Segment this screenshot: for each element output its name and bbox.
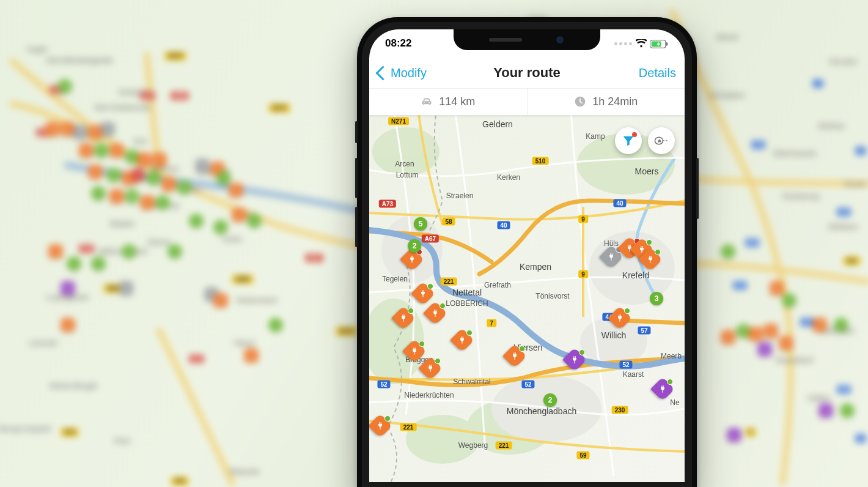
bg-city-label: Vught (26, 45, 47, 54)
bg-charger-marker: 3 (168, 245, 182, 258)
bg-charger-marker: 3 (95, 144, 108, 157)
bg-charger-marker: 2 (92, 257, 105, 270)
route-plan-button[interactable] (648, 127, 675, 154)
bg-charger-marker: 11 (125, 190, 139, 203)
charger-pin[interactable] (566, 351, 583, 372)
bg-city-label: Essen (845, 179, 867, 188)
charger-pin[interactable] (372, 417, 389, 438)
route-plan-icon (653, 135, 669, 147)
bg-charger-marker (770, 281, 784, 295)
charger-pin[interactable] (603, 248, 620, 269)
bg-road-shield: 3 (813, 80, 823, 87)
bg-road-shield: N279 (165, 52, 186, 60)
summary-distance: 114 km (369, 88, 527, 115)
bg-city-label: Maaseik (230, 467, 259, 476)
bg-charger-marker (229, 184, 243, 197)
bg-charger-marker (49, 245, 62, 258)
bg-charger-marker: 2 (214, 220, 227, 234)
bg-city-label: Sint-Michielsgestel (46, 56, 112, 65)
bg-charger-marker: A (131, 168, 145, 182)
bg-charger-marker (110, 190, 123, 203)
charger-pin[interactable] (642, 251, 659, 272)
charger-pin[interactable] (654, 381, 671, 401)
bg-city-label: Kleine-Brogel (50, 381, 97, 390)
bg-city-label: Oberhausen (773, 149, 817, 158)
back-button[interactable]: Modify (378, 66, 427, 80)
map-canvas[interactable]: GeldernKampArcenLottumKerkenMoersStraele… (369, 115, 685, 482)
bg-charger-marker (73, 125, 87, 139)
bg-charger-marker (727, 428, 741, 442)
charger-pin[interactable] (395, 310, 412, 330)
charger-pin[interactable] (422, 360, 439, 381)
cluster-marker[interactable]: 3 (650, 292, 663, 305)
bg-road-shield: 2 (856, 147, 866, 155)
bg-road-shield: 52 (734, 281, 746, 289)
bg-charger-marker (196, 159, 209, 173)
bg-road-shield: A67 (306, 254, 323, 262)
bg-city-label: Bottrop (818, 121, 844, 130)
bg-city-label: Nederweert (236, 296, 277, 305)
bg-charger-marker (749, 327, 762, 341)
chevron-left-icon (375, 65, 390, 80)
bg-charger-marker: 3 (189, 214, 203, 228)
charger-pin[interactable] (414, 285, 432, 306)
bg-road-shield: A2 (79, 245, 94, 253)
bg-road-shield: N275 (336, 327, 357, 335)
charger-pin[interactable] (406, 343, 423, 363)
bg-road-shield: A50 (171, 92, 188, 100)
bg-charger-marker: 5 (737, 324, 750, 338)
charger-pin[interactable] (611, 310, 628, 330)
details-button[interactable]: Details (639, 66, 676, 80)
charger-pin[interactable] (454, 332, 471, 352)
bg-charger-marker (61, 122, 75, 136)
bg-road-shield: N266 (232, 275, 253, 283)
bg-city-label: Mülheim (828, 222, 858, 231)
bg-city-label: Dinslaken (710, 91, 745, 100)
bg-city-label: Heeze (147, 237, 171, 247)
bg-city-label: Son (133, 136, 147, 146)
nav-bar: Modify Your route Details (369, 58, 685, 89)
bg-charger-marker (153, 153, 166, 166)
bg-charger-marker (819, 404, 833, 417)
bg-charger-marker: 5 (107, 168, 120, 182)
bg-city-label: Dorsten (829, 57, 858, 66)
bg-city-label: Lommel (29, 338, 57, 348)
charger-pin[interactable] (403, 251, 421, 272)
bg-charger-marker (779, 336, 793, 350)
bg-charger-marker: 3 (92, 187, 105, 200)
bg-charger-marker (79, 144, 93, 157)
bg-charger-marker: 2 (156, 196, 169, 209)
bg-road-shield: N279 (269, 104, 290, 112)
route-summary: 114 km 1h 24min (369, 88, 685, 115)
bg-charger-marker: 2 (721, 245, 735, 258)
bg-city-label: Waalre (110, 219, 135, 228)
battery-icon (650, 39, 669, 48)
svg-point-8 (406, 415, 479, 464)
bg-charger-marker (138, 153, 151, 166)
bg-charger-marker (758, 343, 771, 356)
bg-city-label: Sint-Oedenrode (94, 103, 150, 112)
details-label: Details (639, 66, 676, 80)
bg-road-shield: 59 (746, 239, 759, 247)
bg-charger-marker (89, 125, 102, 139)
wifi-icon (636, 39, 647, 48)
filter-button[interactable] (615, 127, 642, 154)
cellular-icon (614, 42, 632, 45)
bg-road-shield: A2 (189, 355, 204, 363)
bg-charger-marker: 2 (67, 257, 81, 270)
bg-city-label: Düsseldorf (776, 355, 814, 365)
back-label: Modify (391, 66, 427, 80)
cluster-marker[interactable]: 2 (408, 239, 421, 253)
bg-charger-marker (721, 330, 735, 344)
cluster-marker[interactable]: 5 (414, 217, 427, 231)
charger-pin[interactable] (506, 348, 523, 368)
bg-charger-marker (89, 165, 102, 179)
bg-road-shield: 42 (752, 141, 765, 149)
charger-pin[interactable] (427, 305, 444, 325)
cluster-marker[interactable]: 2 (543, 393, 557, 407)
bg-road-shield: N74 (61, 428, 78, 436)
bg-charger-marker (101, 122, 114, 136)
bg-charger-marker: 3 (834, 318, 848, 332)
bg-city-label: Wesel (716, 32, 738, 42)
bg-charger-marker (245, 349, 258, 362)
